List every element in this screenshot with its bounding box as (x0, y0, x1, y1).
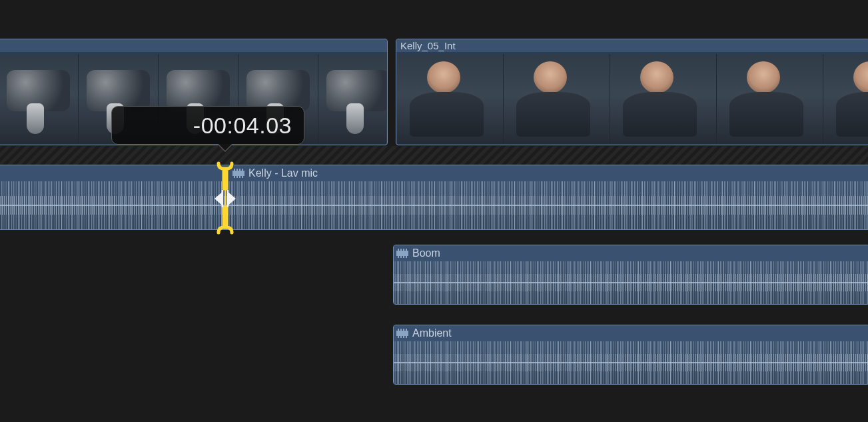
thumbnail-frame (0, 54, 79, 144)
filmstrip-icon (232, 169, 244, 178)
thumbnail-frame (318, 54, 386, 144)
track-gap-hatching (0, 146, 868, 165)
trim-delta-tooltip: -00:04.03 (111, 106, 304, 145)
audio-clip-ambient[interactable]: Ambient (393, 325, 868, 385)
thumbnail-frame (610, 54, 717, 144)
clip-header: Ambient (394, 325, 868, 341)
thumbnail-frame (504, 54, 610, 144)
thumbnail-frame (823, 54, 868, 144)
clip-label: Ambient (412, 327, 452, 339)
clip-title: Kelly_05_Int (396, 39, 868, 53)
audio-clip-boom[interactable]: Boom (393, 245, 868, 305)
waveform[interactable] (0, 181, 868, 229)
waveform[interactable] (394, 341, 868, 384)
filmstrip-icon (396, 249, 408, 258)
audio-clip-lav-mic[interactable]: Kelly - Lav mic (0, 165, 868, 230)
clip-label: Boom (412, 247, 440, 259)
filmstrip (397, 54, 868, 144)
clip-header: Kelly - Lav mic (0, 165, 868, 181)
trim-delta-value: -00:04.03 (193, 113, 292, 139)
timeline[interactable]: Kelly_05_Int -00:04.03 Kelly - Lav mic B… (0, 0, 868, 422)
clip-title (0, 39, 387, 53)
thumbnail-frame (717, 54, 823, 144)
video-clip-kelly-05-int[interactable]: Kelly_05_Int (396, 39, 868, 145)
clip-label: Kelly - Lav mic (248, 167, 318, 179)
thumbnail-frame (397, 54, 504, 144)
waveform[interactable] (394, 261, 868, 304)
clip-header: Boom (394, 245, 868, 261)
filmstrip-icon (396, 329, 408, 338)
